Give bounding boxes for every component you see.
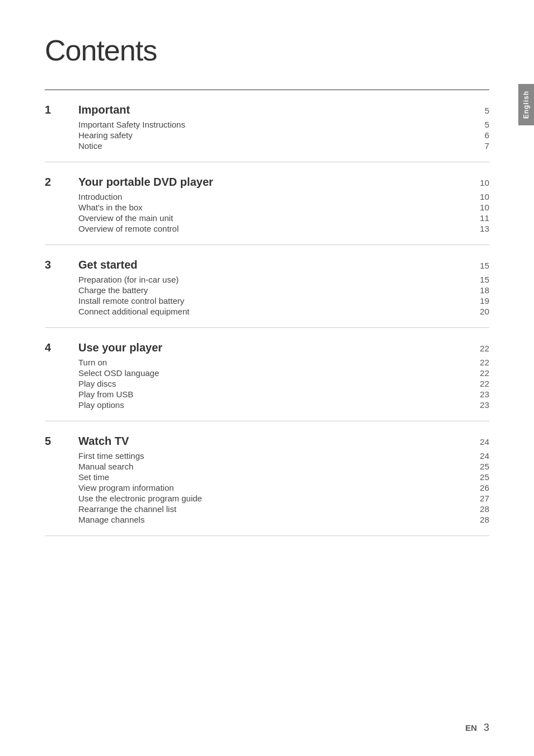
page-container: English Contents 1Important5Important Sa…	[0, 0, 534, 756]
toc-item-label: Set time	[78, 472, 474, 482]
list-item: View program information26	[78, 483, 489, 492]
toc-item-page: 11	[480, 213, 489, 223]
section-header-row-4: 4Use your player22	[45, 341, 489, 354]
toc-item-label: Important Safety Instructions	[78, 120, 479, 129]
section-number-2: 2	[45, 176, 78, 189]
toc-item-label: First time settings	[78, 451, 474, 461]
section-page-3: 15	[480, 261, 489, 270]
toc-item-label: Manual search	[78, 462, 474, 471]
toc-item-label: Introduction	[78, 192, 474, 201]
toc-item-label: Connect additional equipment	[78, 307, 474, 316]
list-item: Preparation (for in-car use)15	[78, 275, 489, 284]
toc-item-label: Overview of the main unit	[78, 213, 474, 223]
list-item: Charge the battery18	[78, 285, 489, 295]
section-number-1: 1	[45, 104, 78, 116]
toc-item-page: 23	[480, 389, 489, 399]
side-tab-label: English	[522, 91, 530, 119]
list-item: First time settings24	[78, 451, 489, 461]
list-item: Overview of remote control13	[78, 224, 489, 233]
list-item: Overview of the main unit11	[78, 213, 489, 223]
footer: EN 3	[465, 722, 489, 734]
toc-item-page: 25	[480, 462, 489, 471]
section-title-4: Use your player	[78, 341, 474, 354]
list-item: Important Safety Instructions5	[78, 120, 489, 129]
toc-item-page: 26	[480, 483, 489, 492]
list-item: Notice7	[78, 141, 489, 151]
side-tab: English	[518, 84, 534, 125]
toc-item-label: Charge the battery	[78, 285, 474, 295]
footer-page: 3	[484, 722, 489, 734]
section-number-5: 5	[45, 435, 78, 448]
list-item: What's in the box10	[78, 203, 489, 212]
toc-item-page: 28	[480, 504, 489, 514]
toc-item-page: 7	[485, 141, 489, 151]
footer-lang: EN	[465, 723, 477, 732]
toc-sections: 1Important5Important Safety Instructions…	[45, 90, 489, 536]
section-header-row-3: 3Get started15	[45, 259, 489, 271]
toc-item-page: 5	[485, 120, 489, 129]
section-items-2: Introduction10What's in the box10Overvie…	[78, 192, 489, 233]
section-page-1: 5	[485, 106, 489, 115]
toc-item-label: Play from USB	[78, 389, 474, 399]
list-item: Play from USB23	[78, 389, 489, 399]
section-5: 5Watch TV24First time settings24Manual s…	[45, 421, 489, 536]
toc-item-page: 22	[480, 368, 489, 378]
list-item: Turn on22	[78, 358, 489, 367]
list-item: Play options23	[78, 400, 489, 410]
section-items-1: Important Safety Instructions5Hearing sa…	[78, 120, 489, 151]
toc-item-label: What's in the box	[78, 203, 474, 212]
section-page-2: 10	[480, 178, 489, 187]
section-items-4: Turn on22Select OSD language22Play discs…	[78, 358, 489, 410]
toc-item-page: 10	[480, 192, 489, 201]
toc-item-page: 18	[480, 285, 489, 295]
toc-item-page: 24	[480, 451, 489, 461]
list-item: Manual search25	[78, 462, 489, 471]
toc-item-label: Manage channels	[78, 515, 474, 524]
toc-item-page: 6	[485, 130, 489, 140]
toc-item-label: Play options	[78, 400, 474, 410]
section-title-2: Your portable DVD player	[78, 176, 474, 189]
list-item: Use the electronic program guide27	[78, 494, 489, 503]
toc-item-label: Hearing safety	[78, 130, 479, 140]
section-number-3: 3	[45, 259, 78, 271]
list-item: Connect additional equipment20	[78, 307, 489, 316]
section-items-5: First time settings24Manual search25Set …	[78, 451, 489, 524]
toc-item-label: View program information	[78, 483, 474, 492]
section-title-5: Watch TV	[78, 435, 474, 448]
toc-item-page: 15	[480, 275, 489, 284]
toc-item-label: Select OSD language	[78, 368, 474, 378]
toc-item-page: 25	[480, 472, 489, 482]
section-header-row-5: 5Watch TV24	[45, 435, 489, 448]
toc-item-label: Overview of remote control	[78, 224, 474, 233]
list-item: Introduction10	[78, 192, 489, 201]
section-title-3: Get started	[78, 259, 474, 271]
section-title-1: Important	[78, 104, 479, 116]
section-number-4: 4	[45, 341, 78, 354]
page-title: Contents	[45, 34, 489, 67]
section-items-3: Preparation (for in-car use)15Charge the…	[78, 275, 489, 316]
section-header-row-1: 1Important5	[45, 104, 489, 116]
list-item: Select OSD language22	[78, 368, 489, 378]
toc-item-label: Play discs	[78, 379, 474, 388]
toc-item-page: 22	[480, 379, 489, 388]
section-page-4: 22	[480, 344, 489, 353]
toc-item-label: Notice	[78, 141, 479, 151]
list-item: Install remote control battery19	[78, 296, 489, 306]
section-page-5: 24	[480, 437, 489, 447]
toc-item-page: 19	[480, 296, 489, 306]
toc-item-page: 10	[480, 203, 489, 212]
list-item: Rearrange the channel list28	[78, 504, 489, 514]
toc-item-page: 22	[480, 358, 489, 367]
toc-item-page: 20	[480, 307, 489, 316]
section-header-row-2: 2Your portable DVD player10	[45, 176, 489, 189]
toc-item-page: 13	[480, 224, 489, 233]
toc-item-page: 27	[480, 494, 489, 503]
toc-item-label: Install remote control battery	[78, 296, 474, 306]
section-3: 3Get started15Preparation (for in-car us…	[45, 245, 489, 328]
list-item: Play discs22	[78, 379, 489, 388]
list-item: Hearing safety6	[78, 130, 489, 140]
toc-item-page: 23	[480, 400, 489, 410]
toc-item-page: 28	[480, 515, 489, 524]
section-1: 1Important5Important Safety Instructions…	[45, 90, 489, 162]
toc-item-label: Rearrange the channel list	[78, 504, 474, 514]
